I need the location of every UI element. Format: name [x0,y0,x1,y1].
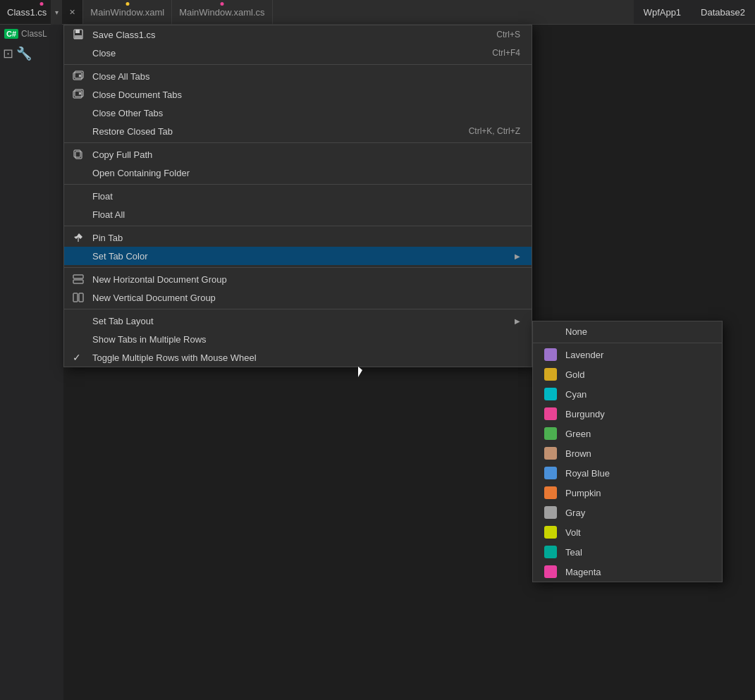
menu-item-show-tabs-multiple-rows[interactable]: Show Tabs in Multiple Rows [64,330,532,348]
color-item-volt[interactable]: Volt [533,522,722,542]
tab-mainwindow-xaml-cs[interactable]: MainWindow.xaml.cs [172,0,272,24]
menu-item-restore-closed-tab[interactable]: Restore Closed Tab Ctrl+K, Ctrl+Z [64,122,532,140]
color-item-cyan[interactable]: Cyan [533,384,722,404]
sidebar: C# ClassL ⊡ 🔧 [0,25,63,700]
color-item-pumpkin[interactable]: Pumpkin [533,483,722,503]
tab-mainwindow-xaml[interactable]: MainWindow.xaml [83,0,172,24]
sidebar-class-label: ClassL [21,29,47,39]
menu-label: Close Other Tabs [92,108,163,118]
color-label: Burgundy [565,409,605,419]
menu-item-pin-tab[interactable]: Pin Tab [64,228,532,247]
menu-shortcut: Ctrl+S [468,30,520,39]
color-item-royal-blue[interactable]: Royal Blue [533,463,722,483]
tab-database2[interactable]: Database2 [691,0,755,24]
tab-bar: Class1.cs ▾ ✕ MainWindow.xaml MainWindow… [0,0,755,25]
submenu-arrow-icon2: ▶ [501,317,520,325]
menu-label: Open Containing Folder [92,168,190,178]
color-label: Gray [565,508,585,518]
menu-item-open-folder[interactable]: Open Containing Folder [64,164,532,182]
svg-rect-1 [75,30,80,33]
menu-item-close-other-tabs[interactable]: Close Other Tabs [64,104,532,122]
menu-separator-1 [64,64,532,65]
menu-label: Pin Tab [92,233,123,243]
color-label: Lavender [565,350,603,360]
menu-item-new-horizontal-group[interactable]: New Horizontal Document Group [64,270,532,288]
vertical-group-icon [71,290,85,305]
menu-item-close[interactable]: Close Ctrl+F4 [64,44,532,62]
menu-item-toggle-multiple-rows[interactable]: ✓ Toggle Multiple Rows with Mouse Wheel [64,348,532,367]
tab-label: Database2 [701,7,745,18]
color-item-brown[interactable]: Brown [533,443,722,463]
color-item-lavender[interactable]: Lavender [533,345,722,364]
menu-item-set-tab-layout[interactable]: Set Tab Layout ▶ [64,312,532,330]
tab-label: WpfApp1 [644,7,681,18]
menu-shortcut: Ctrl+K, Ctrl+Z [441,126,520,136]
menu-label: Close Document Tabs [92,90,182,100]
sidebar-icon1: ⊡ [3,46,13,61]
svg-rect-15 [73,280,83,283]
color-separator [533,343,722,343]
menu-item-close-all-tabs[interactable]: Close All Tabs [64,67,532,85]
menu-label: Float All [92,209,125,220]
color-item-teal[interactable]: Teal [533,542,722,562]
menu-item-set-tab-color[interactable]: Set Tab Color ▶ [64,247,532,265]
tab-label: Class1.cs [7,7,47,18]
color-swatch-burgundy [544,407,557,420]
color-label: Teal [565,547,582,558]
menu-item-float[interactable]: Float [64,187,532,205]
menu-item-float-all[interactable]: Float All [64,205,532,223]
menu-item-copy-full-path[interactable]: Copy Full Path [64,145,532,164]
color-swatch-cyan [544,388,557,400]
color-item-burgundy[interactable]: Burgundy [533,404,722,424]
svg-rect-17 [79,293,83,302]
color-label: Pumpkin [565,488,601,498]
sidebar-icons: ⊡ 🔧 [3,46,61,61]
color-item-gold[interactable]: Gold [533,364,722,384]
checkmark-icon: ✓ [73,352,81,363]
svg-rect-2 [75,35,82,39]
save-icon [71,27,85,42]
close-doc-icon [71,87,85,102]
sidebar-header: C# ClassL [3,27,61,40]
color-item-gray[interactable]: Gray [533,503,722,522]
cs-badge: C# [4,29,18,39]
color-swatch-brown [544,447,557,460]
sidebar-icon2: 🔧 [16,46,32,61]
menu-separator-6 [64,309,532,309]
color-item-green[interactable]: Green [533,424,722,443]
color-swatch-volt [544,526,557,539]
tab-class1cs[interactable]: Class1.cs ▾ ✕ [0,0,83,24]
color-swatch-green [544,427,557,440]
horizontal-group-icon [71,272,85,286]
menu-separator-3 [64,184,532,185]
tab-dropdown-arrow[interactable]: ▾ [51,0,62,25]
color-item-none[interactable]: None [533,321,722,341]
submenu-arrow-icon: ▶ [501,252,520,260]
tab-spacer [273,0,634,24]
tab-label: MainWindow.xaml.cs [179,7,264,18]
color-swatch-magenta [544,565,557,578]
tab-indicator-pink2 [220,2,223,6]
menu-item-save[interactable]: Save Class1.cs Ctrl+S [64,25,532,44]
tab-wpfapp1[interactable]: WpfApp1 [634,0,691,24]
menu-item-new-vertical-group[interactable]: New Vertical Document Group [64,288,532,307]
menu-item-close-document-tabs[interactable]: Close Document Tabs [64,85,532,104]
context-menu: Save Class1.cs Ctrl+S Close Ctrl+F4 Clos… [63,25,532,367]
menu-label: Show Tabs in Multiple Rows [92,334,207,345]
color-swatch-royal-blue [544,467,557,479]
color-label: Gold [565,369,584,380]
menu-label: New Vertical Document Group [92,293,216,303]
tab-indicator-yellow [125,2,129,6]
color-swatch-lavender [544,348,557,361]
tab-close-button[interactable]: ✕ [69,8,75,17]
color-swatch-pumpkin [544,486,557,499]
color-swatch-gold [544,368,557,381]
menu-label: Set Tab Layout [92,316,154,326]
menu-label: Toggle Multiple Rows with Mouse Wheel [92,352,257,363]
menu-label: Close All Tabs [92,71,149,82]
pin-icon [71,231,85,245]
color-item-magenta[interactable]: Magenta [533,562,722,582]
menu-separator-5 [64,267,532,268]
color-label: Magenta [565,567,601,577]
menu-separator-2 [64,142,532,143]
